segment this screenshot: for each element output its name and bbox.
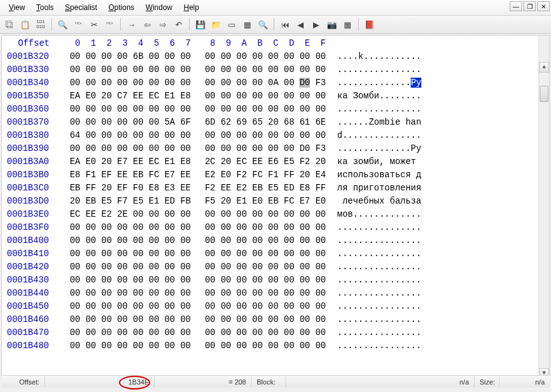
hex-row[interactable]: 0001B390 00 00 00 00 00 00 00 00 00 00 0… [7, 142, 536, 155]
undo-icon[interactable]: ↶ [172, 18, 185, 31]
menu-window[interactable]: Window [141, 2, 178, 13]
hex-row[interactable]: 0001B330 00 00 00 00 00 00 00 00 00 00 0… [7, 63, 536, 76]
status-byte-value: = 208 [155, 376, 252, 388]
mdi-minimize-button[interactable]: — [510, 1, 522, 11]
status-size-label: Size: [475, 376, 500, 388]
menu-view[interactable]: View [4, 2, 30, 13]
hex-row[interactable]: 0001B370 00 00 00 00 00 00 5A 6F 6D 62 6… [7, 116, 536, 129]
find-hex-icon[interactable]: ᴴᴱˣ [71, 18, 85, 31]
hex-row[interactable]: 0001B3E0 EC EE E2 2E 00 00 00 00 00 00 0… [7, 208, 536, 221]
hex-row[interactable]: 0001B420 00 00 00 00 00 00 00 00 00 00 0… [7, 260, 536, 274]
vertical-scrollbar[interactable]: ▲ ▼ [538, 36, 549, 379]
status-offset-label: Offset: [1, 376, 45, 388]
hex-row[interactable]: 0001B380 64 00 00 00 00 00 00 00 00 00 0… [7, 129, 536, 142]
tool-icon[interactable]: ✂ [87, 18, 101, 31]
hex-row[interactable]: 0001B360 00 00 00 00 00 00 00 00 00 00 0… [7, 103, 536, 116]
hex-editor[interactable]: Offset 0 1 2 3 4 5 6 7 8 9 A B C D E F00… [1, 35, 550, 379]
menu-specialist[interactable]: Specialist [60, 2, 102, 13]
status-size-value: n/a [500, 376, 550, 388]
mdi-window-controls: — ❐ ✕ [510, 1, 550, 11]
hex-row[interactable]: 0001B480 00 00 00 00 00 00 00 00 00 00 0… [7, 339, 536, 353]
find-icon[interactable]: 🔍 [56, 18, 70, 31]
hex-row[interactable]: 0001B340 00 00 00 00 00 00 00 00 00 00 0… [7, 76, 536, 90]
hex-row[interactable]: 0001B3C0 EB FF 20 EF F0 E8 E3 EE F2 EE E… [7, 182, 536, 195]
copy-icon[interactable]: ⿻ [3, 18, 16, 31]
back-icon[interactable]: ⇦ [140, 18, 154, 31]
scroll-thumb[interactable] [540, 86, 548, 102]
mdi-close-button[interactable]: ✕ [537, 1, 550, 11]
status-bar: Offset: 1B34E = 208 Block: n/a Size: n/a [1, 375, 550, 388]
hex-row[interactable]: 0001B450 00 00 00 00 00 00 00 00 00 00 0… [7, 300, 536, 313]
hex-row[interactable]: 0001B3A0 EA E0 20 E7 EE EC E1 E8 2C 20 E… [7, 155, 536, 168]
hex-row[interactable]: 0001B440 00 00 00 00 00 00 00 00 00 00 0… [7, 287, 536, 300]
paste-icon[interactable]: 📋 [18, 18, 32, 31]
hex-row[interactable]: 0001B3F0 00 00 00 00 00 00 00 00 00 00 0… [7, 221, 536, 234]
folder-icon[interactable]: 📁 [209, 18, 223, 31]
mdi-restore-button[interactable]: ❐ [523, 1, 536, 11]
disk-icon[interactable]: 💾 [193, 18, 207, 31]
nav-next-icon[interactable]: ▶ [309, 18, 323, 31]
camera-icon[interactable]: 📷 [325, 18, 339, 31]
toolbar: ⿻ 📋 101 010 🔍 ᴴᴱˣ ✂ ᴴᴱˣ → ⇦ ⇨ ↶ 💾 📁 ▭ ▦ … [0, 16, 551, 34]
menu-bar: View Tools Specialist Options Window Hel… [0, 0, 551, 16]
hex-row[interactable]: 0001B3B0 E8 F1 EF EE EB FC E7 EE E2 E0 F… [7, 168, 536, 182]
status-offset-value: 1B34E [45, 376, 155, 388]
menu-options[interactable]: Options [103, 2, 139, 13]
forward-icon[interactable]: ⇨ [156, 18, 170, 31]
ram-icon[interactable]: ▭ [225, 18, 239, 31]
hex-row[interactable]: 0001B430 00 00 00 00 00 00 00 00 00 00 0… [7, 274, 536, 287]
hex-row[interactable]: 0001B470 00 00 00 00 00 00 00 00 00 00 0… [7, 326, 536, 339]
menu-help[interactable]: Help [178, 2, 204, 13]
status-block-value: n/a [286, 376, 475, 388]
hex-row[interactable]: 0001B3D0 20 EB E5 F7 E5 E1 ED FB F5 20 E… [7, 195, 536, 208]
hex-header-row: Offset 0 1 2 3 4 5 6 7 8 9 A B C D E F [7, 37, 536, 50]
toolbar-separator [358, 18, 359, 31]
menu-tools[interactable]: Tools [31, 2, 59, 13]
nav-first-icon[interactable]: ⏮ [278, 18, 292, 31]
toolbar-separator [274, 18, 274, 31]
toolbar-separator [51, 18, 52, 31]
hex-row[interactable]: 0001B320 00 00 00 00 6B 00 00 00 00 00 0… [7, 50, 536, 63]
binary-icon[interactable]: 101 010 [34, 18, 48, 31]
hex-row[interactable]: 0001B400 00 00 00 00 00 00 00 00 00 00 0… [7, 234, 536, 247]
nav-prev-icon[interactable]: ◀ [294, 18, 307, 31]
hex-row[interactable]: 0001B410 00 00 00 00 00 00 00 00 00 00 0… [7, 247, 536, 260]
hex-row[interactable]: 0001B460 00 00 00 00 00 00 00 00 00 00 0… [7, 313, 536, 326]
calc-icon[interactable]: ▦ [240, 18, 254, 31]
toolbar-separator [189, 18, 190, 31]
status-block-label: Block: [252, 376, 286, 388]
grid-icon[interactable]: ▦ [341, 18, 354, 31]
hex-row[interactable]: 0001B350 EA E0 20 C7 EE EC E1 E8 00 00 0… [7, 90, 536, 103]
help-icon[interactable]: 📕 [363, 18, 376, 31]
goto-icon[interactable]: → [125, 18, 138, 31]
zoom-icon[interactable]: 🔍 [256, 18, 270, 31]
replace-hex-icon[interactable]: ᴴᴱˣ [103, 18, 116, 31]
scroll-up-button[interactable]: ▲ [539, 62, 549, 73]
toolbar-separator [120, 18, 121, 31]
